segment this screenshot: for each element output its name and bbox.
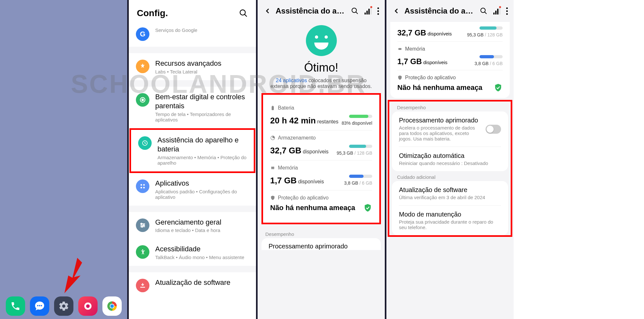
- svg-rect-41: [398, 48, 401, 50]
- advanced-icon: [136, 60, 149, 73]
- camera-app-icon[interactable]: [78, 296, 98, 316]
- signal-icon[interactable]: [365, 7, 372, 15]
- svg-point-23: [141, 226, 143, 227]
- page-title: Assistência do a…: [404, 6, 476, 15]
- settings-header: Config.: [129, 0, 256, 25]
- search-icon[interactable]: [351, 7, 359, 15]
- settings-item-software-update[interactable]: Atualização de software: [129, 272, 256, 298]
- performance-section-label: Desempenho: [258, 228, 385, 238]
- svg-point-15: [143, 184, 145, 186]
- storage-used: 95,3 GB: [336, 150, 353, 156]
- settings-item-apps[interactable]: Aplicativos Aplicativos padrão • Configu…: [129, 173, 256, 206]
- device-stats-card: Bateria 20 h 42 min restantes 83% dispon…: [261, 93, 381, 224]
- svg-point-14: [140, 184, 142, 186]
- settings-title: Config.: [137, 8, 168, 18]
- settings-item-sub: Labs • Tecla Lateral: [155, 69, 249, 74]
- svg-point-3: [41, 305, 42, 306]
- shield-icon: [397, 75, 402, 80]
- google-icon: G: [136, 27, 149, 41]
- svg-point-21: [141, 223, 142, 224]
- enhanced-processing-toggle[interactable]: [486, 125, 501, 134]
- settings-item-sub: Idioma e teclado • Data e hora: [155, 227, 249, 233]
- enhanced-processing-item[interactable]: Processamento aprimorado Acelera o proce…: [392, 111, 508, 147]
- home-screen: [0, 0, 127, 319]
- settings-item-google[interactable]: G Serviços do Google: [129, 25, 256, 47]
- storage-row[interactable]: 32,7 GB disponíveis 95,3 GB / 128 GB: [390, 25, 510, 41]
- performance-section-label: Desempenho: [389, 102, 511, 111]
- settings-item-device-care[interactable]: Assistência do aparelho e bateria Armaze…: [129, 128, 255, 173]
- general-icon: [136, 218, 149, 232]
- battery-percent: 83% disponível: [342, 121, 372, 126]
- svg-point-2: [39, 305, 40, 306]
- svg-point-24: [142, 249, 143, 251]
- memory-icon: [397, 46, 402, 52]
- svg-point-39: [481, 8, 485, 13]
- threat-status: Não há nenhuma ameaça: [270, 204, 355, 212]
- back-icon[interactable]: [263, 7, 272, 15]
- battery-icon: [270, 105, 275, 111]
- memory-free: 1,7 GB: [270, 176, 297, 185]
- maintenance-mode-item[interactable]: Modo de manutenção Proteja sua privacida…: [392, 206, 508, 235]
- protection-row[interactable]: Proteção do aplicativo Não há nenhuma am…: [270, 190, 372, 217]
- apps-icon: [136, 179, 149, 193]
- storage-free: 32,7 GB: [270, 146, 301, 155]
- storage-icon: [270, 135, 275, 140]
- settings-item-title: Acessibilidade: [155, 245, 249, 254]
- software-update-item[interactable]: Atualização de software Última verificaç…: [392, 181, 508, 205]
- svg-rect-30: [271, 167, 274, 169]
- phone-app-icon[interactable]: [6, 296, 25, 316]
- shield-check-icon: [494, 83, 503, 92]
- messages-app-icon[interactable]: [30, 296, 49, 316]
- svg-point-12: [142, 99, 144, 101]
- protection-row[interactable]: Proteção do aplicativo Não há nenhuma am…: [390, 70, 510, 98]
- page-title: Assistência do a…: [276, 6, 347, 15]
- status-text: Ótimo!: [258, 61, 385, 74]
- auto-optimization-item[interactable]: Otimização automática Reiniciar quando n…: [392, 147, 508, 171]
- memory-row[interactable]: Memória 1,7 GB disponíveis 3,8 GB / 6 GB: [270, 160, 372, 190]
- settings-item-title: Assistência do aparelho e bateria: [157, 136, 247, 154]
- accessibility-icon: [136, 245, 149, 259]
- settings-item-title: Aplicativos: [155, 179, 249, 188]
- additional-care-section-label: Cuidado adicional: [389, 171, 511, 181]
- search-icon[interactable]: [480, 7, 488, 15]
- chrome-app-icon[interactable]: [102, 296, 122, 316]
- settings-item-title: Gerenciamento geral: [155, 218, 249, 227]
- settings-screen: Config. G Serviços do Google Recursos av…: [127, 0, 256, 319]
- enhanced-processing-title[interactable]: Processamento aprimorado: [269, 243, 374, 250]
- storage-row[interactable]: Armazenamento 32,7 GB disponíveis 95,3 G…: [270, 130, 372, 160]
- memory-used: 3,8 GB: [344, 180, 358, 186]
- svg-point-22: [143, 225, 145, 226]
- settings-item-sub: Aplicativos padrão • Configurações do ap…: [155, 189, 249, 200]
- device-care-icon: [138, 136, 152, 150]
- status-description: 24 aplicativos colocados em suspensão ex…: [258, 78, 385, 89]
- svg-line-40: [485, 12, 487, 14]
- apps-link[interactable]: 24 aplicativos: [276, 78, 307, 83]
- settings-item-advanced[interactable]: Recursos avançados Labs • Tecla Lateral: [129, 53, 256, 80]
- device-care-header: Assistência do a…: [258, 0, 385, 22]
- memory-row[interactable]: Memória 1,7 GB disponíveis 3,8 GB / 6 GB: [390, 42, 510, 70]
- threat-status: Não há nenhuma ameaça: [397, 83, 482, 92]
- pointer-arrow-icon: [61, 258, 84, 293]
- settings-item-title: Atualização de software: [155, 278, 249, 287]
- signal-icon[interactable]: [493, 7, 500, 15]
- settings-item-title: Recursos avançados: [155, 59, 249, 68]
- smiley-icon: [306, 25, 337, 56]
- back-icon[interactable]: [392, 7, 401, 15]
- settings-item-sub: Armazenamento • Memória • Proteção do ap…: [157, 155, 247, 166]
- settings-item-accessibility[interactable]: Acessibilidade TalkBack • Áudio mono • M…: [129, 239, 256, 266]
- battery-row[interactable]: Bateria 20 h 42 min restantes 83% dispon…: [270, 101, 372, 130]
- svg-point-25: [352, 8, 356, 13]
- settings-app-icon[interactable]: [54, 296, 73, 316]
- settings-item-general[interactable]: Gerenciamento geral Idioma e teclado • D…: [129, 212, 256, 239]
- settings-item-wellbeing[interactable]: Bem-estar digital e controles parentais …: [129, 87, 256, 128]
- svg-rect-27: [272, 106, 274, 110]
- status-indicator: Ótimo! 24 aplicativos colocados em suspe…: [258, 22, 385, 89]
- svg-point-17: [143, 187, 145, 188]
- svg-rect-28: [272, 106, 273, 106]
- more-options-icon[interactable]: [377, 7, 379, 15]
- settings-item-title: Bem-estar digital e controles parentais: [155, 92, 249, 111]
- more-options-icon[interactable]: [506, 7, 508, 15]
- software-update-icon: [136, 279, 149, 292]
- search-icon[interactable]: [239, 9, 248, 18]
- device-care-header: Assistência do a…: [386, 0, 514, 22]
